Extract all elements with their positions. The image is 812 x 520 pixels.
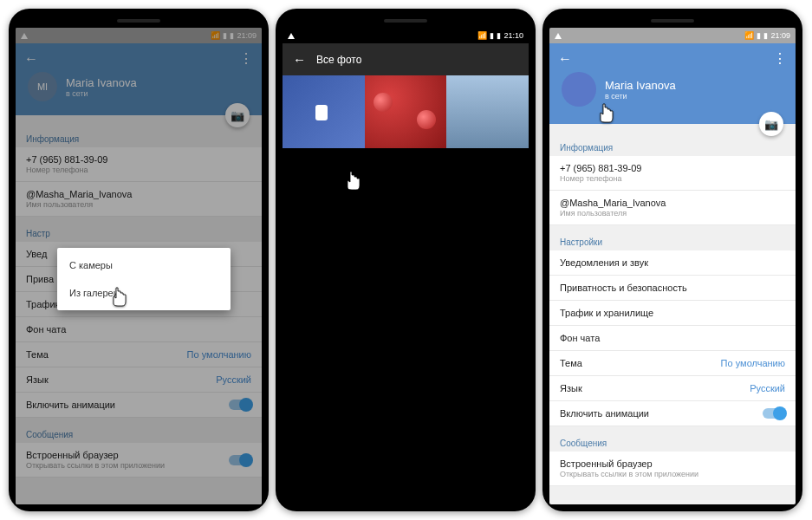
row-theme[interactable]: Тема По умолчанию xyxy=(549,351,796,376)
row-traffic[interactable]: Трафик и хранилище xyxy=(549,301,796,326)
row-phone[interactable]: +7 (965) 881-39-09 Номер телефона xyxy=(549,156,796,191)
warning-icon xyxy=(288,33,295,39)
row-username[interactable]: @Masha_Maria_Ivanova Имя пользователя xyxy=(549,191,796,225)
back-icon[interactable]: ← xyxy=(558,51,572,67)
section-messages: Сообщения xyxy=(549,432,796,452)
row-notifications[interactable]: Уведомления и звук xyxy=(549,250,796,276)
clock: 21:09 xyxy=(770,31,790,40)
profile-name: Maria Ivanova xyxy=(605,79,676,92)
phone-2: 📶 ▮ ▮ 21:10 ← Все фото xyxy=(276,9,536,511)
phone-3: 📶 ▮ ▮ 21:09 ← ⋮ Maria Ivanova в сети xyxy=(542,9,802,511)
pointer-icon xyxy=(343,170,364,191)
avatar[interactable] xyxy=(562,72,596,107)
wifi-icon: 📶 xyxy=(477,31,487,40)
pointer-icon xyxy=(109,286,130,307)
screen-1: 📶 ▮ ▮ 21:09 ← ⋮ MI Maria Ivanova в сети xyxy=(16,28,262,504)
row-privacy[interactable]: Приватность и безопасность xyxy=(549,276,796,301)
camera-icon: 📷 xyxy=(764,118,778,131)
warning-icon xyxy=(555,33,562,39)
popup-camera[interactable]: С камеры xyxy=(57,251,231,279)
signal-icon: ▮ xyxy=(490,31,494,40)
row-animations[interactable]: Включить анимации xyxy=(549,401,796,426)
thumbnail-row xyxy=(283,75,529,148)
profile-status: в сети xyxy=(605,92,676,101)
popup-gallery[interactable]: Из галереи xyxy=(57,279,231,307)
signal-icon: ▮ xyxy=(757,31,761,40)
wifi-icon: 📶 xyxy=(744,31,754,40)
pointer-icon xyxy=(596,102,617,123)
phone-1: 📶 ▮ ▮ 21:09 ← ⋮ MI Maria Ivanova в сети xyxy=(9,9,269,511)
screen-2: 📶 ▮ ▮ 21:10 ← Все фото xyxy=(283,28,529,504)
battery-icon: ▮ xyxy=(497,31,501,40)
gallery-title: Все фото xyxy=(316,54,361,66)
thumbnail-2[interactable] xyxy=(365,75,447,148)
camera-button[interactable]: 📷 xyxy=(759,112,783,136)
statusbar: 📶 ▮ ▮ 21:09 xyxy=(549,28,796,43)
back-icon[interactable]: ← xyxy=(293,52,306,67)
row-language[interactable]: Язык Русский xyxy=(549,376,796,401)
statusbar: 📶 ▮ ▮ 21:10 xyxy=(283,28,529,43)
more-icon[interactable]: ⋮ xyxy=(773,50,787,67)
photo-source-popup: С камеры Из галереи xyxy=(57,248,231,310)
toggle-animations[interactable] xyxy=(763,408,785,419)
screen-3: 📶 ▮ ▮ 21:09 ← ⋮ Maria Ivanova в сети xyxy=(549,28,796,504)
thumbnail-1[interactable] xyxy=(283,75,365,148)
clock: 21:10 xyxy=(503,31,523,40)
battery-icon: ▮ xyxy=(763,31,768,40)
row-browser[interactable]: Встроенный браузер Открывать ссылки в эт… xyxy=(549,452,796,486)
section-settings: Настройки xyxy=(549,231,796,250)
section-info: Информация xyxy=(549,136,796,156)
row-chatbg[interactable]: Фон чата xyxy=(549,326,796,351)
profile-header: ← ⋮ Maria Ivanova в сети 📷 xyxy=(549,43,796,124)
thumbnail-3[interactable] xyxy=(446,75,529,148)
gallery-header: ← Все фото xyxy=(283,43,529,75)
